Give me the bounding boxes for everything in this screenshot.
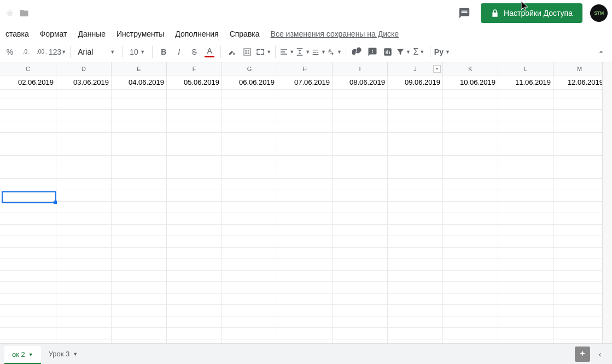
cell[interactable] (333, 156, 388, 167)
insert-link-button[interactable] (350, 45, 364, 59)
cell[interactable] (388, 316, 443, 328)
cell[interactable] (0, 293, 56, 305)
cell[interactable] (56, 179, 112, 190)
cell[interactable] (277, 225, 333, 236)
cell[interactable] (56, 316, 112, 328)
cell[interactable] (498, 259, 553, 271)
cell[interactable] (498, 236, 553, 248)
cell[interactable] (498, 167, 553, 179)
cell[interactable] (0, 282, 56, 293)
cell[interactable] (222, 87, 277, 98)
chevron-down-icon[interactable]: ▼ (73, 351, 78, 357)
cell[interactable] (333, 316, 388, 328)
cell[interactable] (553, 144, 606, 156)
cell[interactable] (222, 213, 277, 225)
cell[interactable] (277, 293, 333, 305)
cell[interactable] (112, 236, 167, 248)
cell[interactable] (498, 121, 553, 133)
cell[interactable] (277, 133, 333, 144)
cell[interactable] (553, 98, 606, 110)
cell[interactable] (553, 282, 606, 293)
cell[interactable] (498, 293, 553, 305)
cell[interactable] (167, 179, 222, 190)
column-header[interactable]: M (553, 62, 606, 75)
cell[interactable] (498, 248, 553, 259)
cell[interactable] (222, 179, 277, 190)
cell[interactable] (388, 236, 443, 248)
cell[interactable] (222, 121, 277, 133)
cell[interactable] (333, 179, 388, 190)
cell[interactable] (388, 282, 443, 293)
cell[interactable] (112, 225, 167, 236)
cell[interactable] (222, 259, 277, 271)
cell[interactable] (388, 87, 443, 98)
insert-chart-button[interactable] (381, 45, 395, 59)
cell[interactable] (443, 156, 498, 167)
cell[interactable] (112, 282, 167, 293)
cell[interactable] (388, 248, 443, 259)
cell[interactable] (443, 259, 498, 271)
cell[interactable] (112, 98, 167, 110)
cell[interactable] (56, 110, 112, 121)
sheet-tab-active[interactable]: ок 2 ▼ (4, 346, 41, 362)
cell[interactable] (277, 179, 333, 190)
cell[interactable] (443, 121, 498, 133)
cell[interactable] (333, 110, 388, 121)
cell[interactable] (443, 202, 498, 213)
cell[interactable] (112, 328, 167, 339)
cell[interactable] (0, 110, 56, 121)
cell[interactable] (222, 144, 277, 156)
cell[interactable] (0, 236, 56, 248)
column-header[interactable]: H (277, 62, 333, 75)
cell[interactable] (333, 225, 388, 236)
filter-button[interactable]: ▼ (396, 45, 411, 59)
cell[interactable] (112, 133, 167, 144)
cell[interactable] (443, 225, 498, 236)
cell[interactable] (56, 282, 112, 293)
cell[interactable] (277, 87, 333, 98)
column-header[interactable]: E (112, 62, 167, 75)
cell[interactable] (333, 87, 388, 98)
cell[interactable] (553, 156, 606, 167)
text-wrap-button[interactable]: ▼ (311, 45, 326, 59)
cell[interactable] (222, 271, 277, 282)
cell[interactable] (222, 156, 277, 167)
cell[interactable] (56, 305, 112, 316)
font-family-select[interactable]: Arial ▼ (74, 45, 118, 59)
cell[interactable] (0, 179, 56, 190)
cell[interactable] (498, 110, 553, 121)
cell[interactable] (0, 259, 56, 271)
cell[interactable] (388, 293, 443, 305)
cell[interactable] (222, 98, 277, 110)
cell[interactable] (333, 133, 388, 144)
cell[interactable] (553, 225, 606, 236)
cell[interactable] (112, 110, 167, 121)
fill-color-button[interactable] (225, 45, 239, 59)
cell[interactable] (167, 305, 222, 316)
cell[interactable] (443, 316, 498, 328)
cell[interactable] (112, 248, 167, 259)
cell[interactable] (167, 248, 222, 259)
cell[interactable] (167, 225, 222, 236)
cell[interactable] (167, 316, 222, 328)
cell[interactable] (443, 98, 498, 110)
cell[interactable] (167, 98, 222, 110)
cell[interactable] (443, 190, 498, 202)
cell[interactable] (167, 259, 222, 271)
cell[interactable] (277, 316, 333, 328)
column-header[interactable]: C (0, 62, 56, 75)
cell[interactable] (56, 121, 112, 133)
cell[interactable] (167, 110, 222, 121)
number-format[interactable]: 123▼ (49, 45, 66, 59)
cell[interactable] (498, 328, 553, 339)
cell[interactable] (167, 202, 222, 213)
cell[interactable] (112, 271, 167, 282)
filter-indicator-icon[interactable]: ▾ (433, 65, 441, 73)
vertical-scrollbar[interactable] (602, 62, 612, 352)
cell[interactable] (498, 98, 553, 110)
cell[interactable] (443, 87, 498, 98)
cell[interactable] (553, 121, 606, 133)
cell[interactable] (0, 133, 56, 144)
share-button[interactable]: Настройки Доступа (481, 3, 582, 23)
cell[interactable] (222, 236, 277, 248)
